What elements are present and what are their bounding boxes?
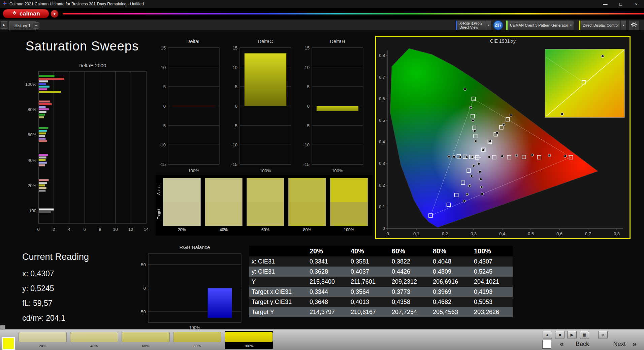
actual-row-label: Actual [157,178,162,202]
display-control-dropdown[interactable]: Direct Display Control ▾ [579,20,626,30]
table-cell: 207,7254 [389,307,430,317]
window-title: Calman 2021 Calman Ultimate for Business… [9,2,144,6]
svg-text:-5: -5 [233,123,237,128]
play-button[interactable]: ▶ [567,331,577,339]
table-cell: 0,3822 [389,256,430,267]
maximize-button[interactable]: □ [613,0,629,8]
svg-text:0,3: 0,3 [471,231,477,236]
table-cell: 0,4307 [472,256,513,267]
stop-button[interactable]: ■ [555,331,565,339]
svg-text:-10: -10 [303,142,310,147]
pattern-level-20%[interactable]: 20% [19,331,67,349]
svg-text:0,4: 0,4 [499,231,505,236]
report-button[interactable]: ▦ [580,331,589,339]
svg-text:100%: 100% [188,168,199,173]
back-button[interactable]: Back [573,341,591,348]
svg-text:0: 0 [386,231,389,236]
svg-text:-15: -15 [303,162,310,167]
pattern-level-40%[interactable]: 40% [70,331,118,349]
continuous-measure-button[interactable]: ∞ [598,331,608,339]
svg-text:0,6: 0,6 [379,96,385,101]
pattern-level-60%[interactable]: 60% [122,331,170,349]
pattern-level-100%[interactable]: 100% [225,331,273,349]
deltal-chart: DeltaL 151050-5-10-15100% [153,38,222,178]
table-col-header: 20% [307,246,348,256]
rgb-balance-chart-title: RGB Balance [148,244,241,251]
svg-text:8: 8 [99,227,101,232]
table-row-label: y: CIE31 [249,267,307,277]
table-cell: 211,7601 [348,277,389,287]
table-cell: 0,4426 [389,267,430,277]
pattern-level-80%[interactable]: 80% [173,331,221,349]
pattern-generator-label: CalMAN Client 3 Pattern Generator [510,23,566,27]
measurement-controls: « Back Next » ▲■▶▦∞ [538,329,643,350]
svg-text:-10: -10 [231,142,237,147]
table-cell: 210,6167 [348,307,389,317]
table-cell: 0,3969 [430,287,472,297]
table-corner [249,246,307,256]
settings-button[interactable] [629,20,639,30]
table-col-header: 80% [430,246,472,256]
table-cell: 0,3581 [348,256,389,267]
next-button[interactable]: Next [610,341,629,348]
calman-logo[interactable]: calman [3,9,49,18]
table-cell: 0,3648 [307,297,348,307]
pattern-level-label: 100% [225,344,273,348]
titlebar: Calman 2021 Calman Ultimate for Business… [0,0,644,8]
tab-history-1[interactable]: History 1 [9,21,36,30]
tab-scroll-button[interactable]: ▶ [1,21,7,29]
table-cell: 0,3564 [348,287,389,297]
saturation-swatch-100% [330,178,368,226]
svg-text:0: 0 [163,104,166,109]
cie-chart-title: CIE 1931 xy [376,38,630,44]
svg-text:-10: -10 [159,142,166,147]
page-title: Saturation Sweeps [26,39,139,54]
add-tab-button[interactable]: + [33,22,39,29]
table-cell: 0,3628 [307,267,348,277]
pattern-window-button[interactable] [542,340,551,349]
reading-x: x: 0,4307 [22,266,89,281]
deltae-2000-plot: 02468101214100%80%60%40%20%100 [25,69,149,234]
minimize-button[interactable]: — [598,0,613,8]
back-chevrons-icon[interactable]: « [560,340,564,348]
svg-text:0,8: 0,8 [379,53,385,58]
current-reading-block: Current Reading x: 0,4307y: 0,5245fL: 59… [22,252,89,325]
meter-dropdown[interactable]: X-Rite i1Pro 2 Direct View ▾ [455,20,492,30]
svg-text:80%: 80% [28,107,36,112]
svg-text:4: 4 [68,227,70,232]
current-pattern-swatch [2,337,15,350]
pattern-generator-dropdown[interactable]: CalMAN Client 3 Pattern Generator ▾ [506,20,574,30]
svg-text:10: 10 [113,227,118,232]
saturation-swatch-strip: ActualTarget20%40%60%80%100% [156,175,373,236]
svg-text:-50: -50 [139,309,146,314]
table-cell: 214,3797 [307,307,348,317]
table-cell: 0,5053 [472,297,513,307]
close-button[interactable]: × [629,0,644,8]
chevron-down-icon: ▾ [486,21,491,30]
svg-text:0,1: 0,1 [413,231,419,236]
swatch-label: 20% [163,228,201,232]
svg-text:0: 0 [235,104,237,109]
next-chevrons-icon[interactable]: » [633,340,637,348]
svg-text:10: 10 [233,65,237,70]
svg-text:10: 10 [161,65,166,70]
table-cell: 0,5245 [472,267,513,277]
calibrate-button[interactable]: ▲ [543,331,552,339]
svg-text:5: 5 [235,84,237,89]
reading-count-badge[interactable]: 237 [493,20,503,30]
svg-text:0,7: 0,7 [379,75,385,80]
window-controls: — □ × [598,0,644,8]
logo-menu-button[interactable]: ▾ [51,10,59,18]
bottom-bar: 20%40%60%80%100% « Back Next » ▲■▶▦∞ [0,329,644,350]
target-color [330,202,367,226]
meter-mode: Direct View [459,25,483,29]
pattern-swatch [173,332,221,342]
svg-text:60%: 60% [28,132,36,137]
table-cell: 205,4563 [430,307,472,317]
svg-text:20%: 20% [28,183,36,188]
table-cell: 0,3773 [389,287,430,297]
table-cell: 203,2626 [472,307,513,317]
svg-text:0,4: 0,4 [379,139,385,144]
table-cell: 204,1021 [472,277,513,287]
svg-text:5: 5 [307,84,310,89]
